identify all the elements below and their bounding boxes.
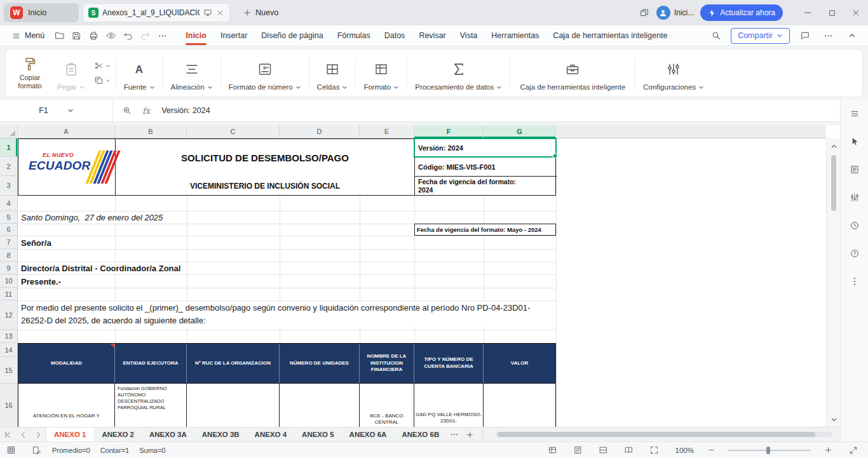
sheet-tab-anexo-4[interactable]: ANEXO 4 (247, 428, 295, 441)
tab-insertar[interactable]: Insertar (214, 25, 254, 46)
insert-function-button[interactable]: fx (142, 106, 150, 116)
cell-subtitle[interactable]: VICEMINISTERIO DE INCLUSIÓN SOCIAL (116, 177, 414, 195)
zoom-out-button[interactable] (703, 443, 719, 458)
full-screen-button[interactable] (646, 443, 663, 458)
fill-handle[interactable] (553, 154, 557, 158)
formula-input[interactable]: Versión: 2024 (161, 106, 210, 115)
column-header-a[interactable]: A (18, 125, 115, 138)
reading-view-button[interactable] (621, 443, 637, 458)
column-header-c[interactable]: C (187, 125, 280, 138)
row-header-14[interactable]: 14 (0, 343, 17, 357)
search-button[interactable] (707, 28, 724, 44)
settings-pane-button[interactable] (846, 189, 863, 206)
help-button[interactable] (846, 245, 863, 262)
header-cell-entidad[interactable]: ENTIDAD EJECUTORA (115, 344, 187, 383)
cell-d16-unidades[interactable] (280, 384, 360, 427)
properties-pane-button[interactable] (846, 161, 863, 178)
home-tab[interactable]: W Inicio (4, 3, 79, 22)
horizontal-scrollbar[interactable] (496, 432, 832, 437)
row-header-16[interactable]: 16 (0, 384, 17, 427)
cell-a16-modalidad[interactable]: ATENCIÓN EN EL HOGAR Y (18, 384, 115, 427)
select-all-corner[interactable] (0, 125, 18, 138)
more-panes-button[interactable] (846, 273, 863, 290)
sheet-tab-anexo-6a[interactable]: ANEXO 6A (342, 428, 395, 441)
column-header-f[interactable]: F (414, 125, 484, 138)
cell-a9-addressee[interactable]: Director/a Distrital - Coordinador/a Zon… (21, 262, 180, 274)
close-window-button[interactable] (844, 0, 868, 25)
zoom-slider-thumb[interactable] (766, 447, 770, 454)
row-header-15[interactable]: 15 (0, 357, 17, 384)
zoom-slider[interactable] (728, 450, 811, 451)
scroll-up-button[interactable] (827, 140, 841, 152)
sheet-tab-anexo-3a[interactable]: ANEXO 3A (142, 428, 194, 441)
print-button[interactable] (85, 28, 102, 44)
zoom-formula-icon[interactable] (122, 105, 132, 116)
document-tab[interactable]: S Anexos_1_al_9_LIQUIDACIONE (83, 3, 230, 22)
page-layout-view-button[interactable] (570, 443, 587, 458)
sheet-tab-anexo-5[interactable]: ANEXO 5 (294, 428, 342, 441)
close-tab-icon[interactable] (216, 9, 224, 17)
cut-button[interactable] (94, 61, 111, 71)
cell-f2-code[interactable]: Código: MIES-VIS-F001 (415, 158, 556, 176)
edit-sheet-button[interactable] (28, 443, 44, 458)
row-header-7[interactable]: 7 (0, 236, 17, 249)
number-format-menu-button[interactable]: Formato de número (223, 52, 307, 94)
cell-a10-present[interactable]: Presente.- (21, 276, 61, 287)
zoom-in-button[interactable] (820, 443, 836, 458)
first-sheet-button[interactable] (0, 428, 15, 441)
column-header-g[interactable]: G (484, 125, 556, 138)
tab-herramientas[interactable]: Herramientas (484, 25, 546, 46)
header-cell-modalidad[interactable]: MODALIDAD (18, 344, 115, 383)
alignment-menu-button[interactable]: Alineación (165, 52, 219, 94)
sheet-tab-anexo-1[interactable]: ANEXO 1 (46, 428, 95, 441)
more-menu-button[interactable] (820, 28, 837, 44)
paste-button[interactable]: Pegar (51, 52, 91, 94)
redo-button[interactable] (137, 28, 154, 44)
cell-f16-cuenta[interactable]: GAD PQ VALLE HERMOSO-23D01- (414, 384, 484, 427)
task-pane-menu-button[interactable] (846, 105, 863, 122)
next-sheet-button[interactable] (31, 428, 46, 441)
format-menu-button[interactable]: Formato (358, 52, 405, 94)
column-header-b[interactable]: B (115, 125, 187, 138)
sheet-tab-anexo-6b[interactable]: ANEXO 6B (394, 428, 447, 441)
expand-view-button[interactable] (845, 443, 862, 458)
more-sheets-button[interactable] (447, 428, 462, 441)
menu-button[interactable]: Menú (5, 27, 51, 44)
tab-inicio[interactable]: Inicio (179, 25, 214, 46)
cell-f1-version[interactable]: Versión: 2024 (415, 139, 556, 157)
zoom-level-label[interactable]: 100% (675, 447, 694, 454)
tab-caja-herramientas[interactable]: Caja de herramientas inteligente (546, 25, 674, 46)
row-header-5[interactable]: 5 (0, 211, 17, 224)
header-cell-ruc[interactable]: Nº RUC DE LA ORGANIZACION (187, 344, 280, 383)
name-box[interactable]: F1 (0, 100, 113, 121)
row-header-1[interactable]: 1 (0, 138, 17, 157)
add-sheet-button[interactable] (462, 428, 477, 441)
copy-format-button[interactable]: Copiar formato (8, 52, 51, 94)
vertical-scrollbar[interactable] (826, 138, 840, 427)
cell-g16-valor[interactable] (484, 384, 555, 427)
row-header-3[interactable]: 3 (0, 176, 17, 196)
minimize-button[interactable] (796, 0, 820, 25)
new-tab-button[interactable]: Nuevo (238, 5, 283, 20)
row-header-12[interactable]: 12 (0, 300, 17, 330)
undo-button[interactable] (119, 28, 137, 44)
cell-e16-institucion[interactable]: BCE - BANCO CENTRAL (360, 384, 414, 427)
select-tool-button[interactable] (846, 133, 863, 150)
normal-view-button[interactable] (545, 443, 561, 458)
cell-a7-salutation[interactable]: Señor/a (21, 237, 51, 248)
vertical-scroll-thumb[interactable] (831, 155, 836, 211)
cell-f3-validity[interactable]: Fecha de vigencia del formato: 2024 (415, 177, 556, 195)
column-header-e[interactable]: E (360, 125, 414, 138)
share-button[interactable]: Compartir (731, 28, 790, 44)
cell-b16-entidad[interactable]: Fundación GOBIERNO AUTÓNOMO DESCENTRALIZ… (115, 384, 187, 427)
cell-a12-body-paragraph[interactable]: Por medio del presente solicito el _(pri… (21, 302, 548, 327)
settings-menu-button[interactable]: Configuraciones (637, 52, 710, 94)
save-button[interactable] (68, 28, 85, 44)
open-file-button[interactable] (51, 28, 68, 44)
previous-sheet-button[interactable] (15, 428, 31, 441)
header-cell-valor[interactable]: VALOR (484, 344, 555, 383)
smart-toolbox-button[interactable]: Caja de herramientas inteligente (512, 52, 633, 94)
row-header-11[interactable]: 11 (0, 288, 17, 300)
sheet-tab-anexo-3b[interactable]: ANEXO 3B (194, 428, 247, 441)
header-cell-cuenta[interactable]: TIPO Y NÚMERO DE CUENTA BANCARIA (414, 344, 484, 383)
